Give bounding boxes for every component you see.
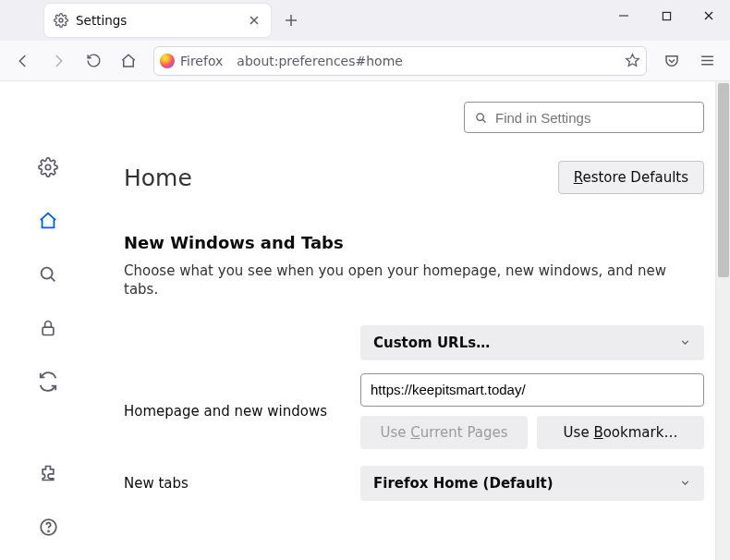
svg-point-6 — [47, 530, 48, 531]
newtabs-label: New tabs — [124, 475, 344, 492]
svg-point-7 — [477, 113, 484, 120]
sidebar-sync[interactable] — [31, 365, 65, 398]
chevron-down-icon — [679, 477, 691, 489]
window-controls — [602, 0, 730, 35]
window-close[interactable] — [687, 0, 730, 31]
svg-rect-1 — [663, 12, 670, 19]
window-minimize[interactable] — [602, 0, 645, 31]
use-current-pages-button[interactable]: Use Current PagesUse Current Pages — [360, 416, 528, 449]
scrollbar[interactable] — [715, 81, 730, 560]
homepage-mode-select[interactable]: Custom URLs… — [360, 325, 704, 360]
sidebar-general[interactable] — [31, 151, 65, 184]
identity-label: Firefox — [180, 54, 223, 68]
url-text: about:preferences#home — [237, 54, 619, 68]
svg-rect-4 — [43, 327, 54, 335]
page-title: Home — [124, 164, 192, 191]
titlebar: Settings — [0, 0, 730, 41]
select-value: Firefox Home (Default) — [373, 475, 554, 492]
sidebar-privacy[interactable] — [31, 311, 65, 345]
svg-point-3 — [42, 268, 53, 279]
toolbar: Firefox about:preferences#home — [0, 41, 730, 81]
tab-title: Settings — [76, 13, 239, 28]
svg-point-2 — [45, 164, 51, 170]
preferences-content: Home RRestore Defaultsestore Defaults Ne… — [0, 81, 730, 560]
sidebar-help[interactable] — [31, 510, 65, 543]
sidebar-extensions[interactable] — [31, 457, 65, 490]
app-menu-button[interactable] — [691, 46, 723, 76]
forward-button[interactable] — [43, 46, 74, 76]
search-input[interactable] — [495, 110, 694, 126]
gear-icon — [54, 13, 68, 28]
sidebar-home[interactable] — [31, 204, 65, 237]
url-bar[interactable]: Firefox about:preferences#home — [153, 46, 647, 76]
chevron-down-icon — [679, 336, 691, 348]
scrollbar-thumb[interactable] — [718, 83, 729, 277]
section-title: New Windows and Tabs — [124, 233, 704, 252]
homepage-url-input[interactable] — [360, 373, 704, 407]
select-value: Custom URLs… — [373, 335, 490, 351]
firefox-icon — [160, 54, 175, 68]
bookmark-star-icon[interactable] — [625, 53, 640, 68]
preferences-main: Home RRestore Defaultsestore Defaults Ne… — [96, 81, 730, 560]
sidebar-search[interactable] — [31, 258, 65, 291]
search-icon — [474, 111, 488, 125]
homepage-label: Homepage and new windows — [124, 403, 344, 420]
home-button[interactable] — [113, 46, 144, 76]
preferences-sidebar — [0, 81, 96, 560]
newtabs-select[interactable]: Firefox Home (Default) — [360, 466, 704, 501]
use-bookmark-button[interactable]: Use Bookmark…Use Bookmark… — [537, 416, 704, 449]
back-button[interactable] — [7, 46, 39, 76]
find-in-settings[interactable] — [464, 102, 704, 133]
window-maximize[interactable] — [645, 0, 687, 31]
close-icon[interactable] — [247, 13, 262, 28]
pocket-button[interactable] — [656, 46, 687, 76]
restore-defaults-button[interactable]: RRestore Defaultsestore Defaults — [558, 161, 704, 194]
svg-point-0 — [59, 18, 63, 22]
identity-box[interactable]: Firefox — [160, 54, 231, 68]
section-desc: Choose what you see when you open your h… — [124, 262, 704, 299]
browser-tab[interactable]: Settings — [44, 4, 271, 37]
new-tab-button[interactable] — [278, 7, 304, 33]
reload-button[interactable] — [78, 46, 109, 76]
